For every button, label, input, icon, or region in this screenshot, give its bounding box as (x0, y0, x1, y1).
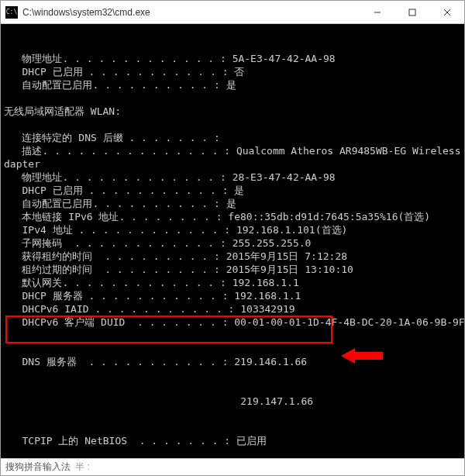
terminal-line: DHCPv6 客户端 DUID . . . . . . . : 00-01-00… (4, 316, 464, 329)
terminal-line (4, 91, 464, 105)
terminal-line: 获得租约的时间 . . . . . . . . . : 2015年9月15日 7… (4, 250, 464, 263)
terminal-line (4, 447, 464, 458)
terminal-line: 物理地址. . . . . . . . . . . . . : 28-E3-47… (4, 171, 464, 184)
terminal-line: 物理地址. . . . . . . . . . . . . : 5A-E3-47… (4, 52, 464, 65)
close-icon (443, 9, 451, 16)
terminal-line: TCPIP 上的 NetBIOS . . . . . . . : 已启用 (4, 434, 464, 447)
terminal-line: 自动配置已启用. . . . . . . . . . : 是 (4, 78, 464, 91)
terminal-line: 子网掩码 . . . . . . . . . . . . : 255.255.2… (4, 236, 464, 250)
terminal-line (4, 118, 464, 131)
terminal-line: DHCP 服务器 . . . . . . . . . . . : 192.168… (4, 289, 464, 302)
terminal-line: 默认网关. . . . . . . . . . . . . : 192.168.… (4, 276, 464, 289)
maximize-button[interactable] (394, 1, 429, 23)
terminal-line: DHCP 已启用 . . . . . . . . . . . : 是 (4, 184, 464, 197)
close-button[interactable] (429, 1, 464, 23)
terminal-line: DHCPv6 IAID . . . . . . . . . . . : 1033… (4, 302, 464, 316)
window-title: C:\windows\system32\cmd.exe (22, 7, 360, 18)
minimize-button[interactable] (360, 1, 394, 23)
terminal-line: 自动配置已启用. . . . . . . . . . : 是 (4, 197, 464, 210)
terminal-line: 租约过期的时间 . . . . . . . . . : 2015年9月15日 1… (4, 263, 464, 276)
cmd-window: C:\ C:\windows\system32\cmd.exe 物理地址. . … (0, 0, 465, 476)
terminal-line: IPv4 地址 . . . . . . . . . . . . : 192.16… (4, 223, 464, 236)
terminal-output[interactable]: 物理地址. . . . . . . . . . . . . : 5A-E3-47… (1, 24, 464, 458)
cmd-icon: C:\ (5, 6, 18, 19)
svg-rect-1 (409, 9, 415, 16)
minimize-icon (374, 9, 381, 16)
terminal-line: 本地链接 IPv6 地址. . . . . . . . : fe80::35db… (4, 210, 464, 223)
ime-mode-label: 半 : (75, 460, 90, 474)
maximize-icon (408, 9, 416, 16)
ime-statusbar: 搜狗拼音输入法 半 : (1, 458, 464, 475)
dns-server-line-2: 219.147.1.66 (4, 395, 464, 408)
terminal-line: 描述. . . . . . . . . . . . . . . : Qualco… (4, 144, 464, 157)
terminal-line: 连接特定的 DNS 后缀 . . . . . . . : (4, 131, 464, 144)
window-controls (360, 1, 464, 23)
ime-name: 搜狗拼音输入法 (5, 460, 71, 474)
terminal-line: dapter (4, 157, 464, 171)
terminal-line: 无线局域网适配器 WLAN: (4, 105, 464, 118)
titlebar: C:\ C:\windows\system32\cmd.exe (1, 1, 464, 24)
dns-server-line-1: DNS 服务器 . . . . . . . . . . . : 219.146.… (4, 355, 464, 368)
terminal-line: DHCP 已启用 . . . . . . . . . . . : 否 (4, 65, 464, 78)
